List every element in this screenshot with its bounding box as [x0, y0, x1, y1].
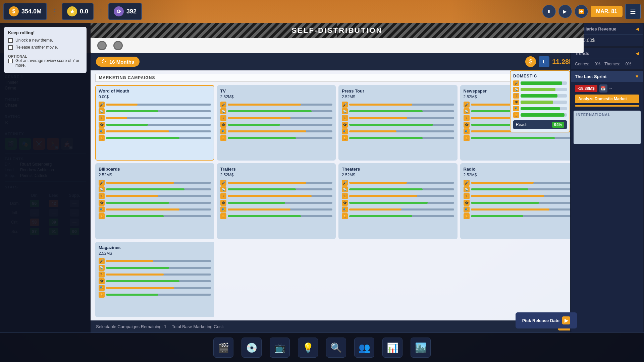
trends-values: Genres: 0% Themes: 0% [571, 59, 643, 69]
campaign-row-icon-5-2: 🏋️ [220, 193, 226, 199]
campaign-row-icon-5-5: 🏆 [220, 213, 226, 219]
campaign-bar-fill-4-0 [106, 182, 174, 184]
left-panel: Keep rolling! Unlock a new theme. Releas… [0, 23, 91, 333]
campaign-card-8[interactable]: Magazines 2.52M$ 🎤 📡 🏋️ [95, 242, 214, 317]
themes-trends-value: 0% [626, 62, 631, 66]
campaign-row-icon-3-4: 🎭 [464, 128, 470, 134]
campaign-bar-bg-4-2 [106, 195, 211, 197]
campaign-bar-fill-1-0 [228, 104, 301, 106]
campaign-bar-bg-0-3 [106, 124, 211, 126]
task-checkbox-2[interactable] [8, 45, 13, 50]
campaign-row-icon-3-1: 📡 [464, 108, 470, 114]
campaign-card-4[interactable]: Billboards 2.52M$ 🎤 📡 🏋️ [95, 163, 214, 239]
campaign-row-icon-0-1: 📡 [99, 108, 105, 114]
time-tab[interactable]: ⏱ 16 Months [96, 57, 140, 67]
task-checkbox-1[interactable] [8, 38, 13, 43]
nav-search-button[interactable]: 🔍 [326, 338, 346, 358]
domestic-bars: 🎤 📡 🏋️ 🎓 🎭 🏆 [513, 80, 567, 118]
campaign-cost-1: 2.52M$ [220, 95, 333, 99]
nav-film-button[interactable]: 🎬 [213, 338, 233, 358]
campaign-card-5[interactable]: Trailers 2.52M$ 🎤 📡 🏋️ [217, 163, 336, 239]
domestic-bar-bg-0 [521, 81, 567, 85]
campaign-row-6-4: 🎭 [342, 206, 454, 213]
campaign-row-2-5: 🏆 [342, 135, 454, 141]
campaign-row-8-0: 🎤 [99, 258, 211, 264]
campaign-row-6-5: 🏆 [342, 213, 454, 219]
campaign-name-0: Word of Mouth [99, 88, 211, 94]
campaign-bar-fill-1-2 [228, 117, 291, 119]
fast-forward-button[interactable]: ⏩ [575, 5, 588, 18]
campaign-bar-fill-6-1 [349, 188, 423, 190]
pick-release-date-button[interactable]: Pick Release Date ▶ [516, 312, 577, 328]
task-title: Keep rolling! [8, 30, 83, 35]
task-item-optional: Get an average review score of 7 or more… [8, 58, 83, 68]
pick-date-text: Pick Release Date [522, 318, 559, 323]
campaign-bar-bg-4-4 [106, 208, 211, 210]
campaign-card-2[interactable]: Press Tour 2.52M$ 🎤 📡 🏋️ [338, 85, 458, 161]
campaign-row-2-4: 🎭 [342, 128, 454, 134]
campaign-row-icon-1-1: 📡 [220, 108, 226, 114]
calendar-icon[interactable]: 📅 [599, 84, 607, 93]
points-icon: ⟳ [114, 6, 124, 16]
campaign-row-icon-7-4: 🎭 [464, 206, 470, 213]
campaign-card-6[interactable]: Theaters 2.52M$ 🎤 📡 🏋️ [338, 163, 458, 239]
campaign-bar-fill-6-4 [349, 208, 401, 210]
top-bar: $ 354.0M ⋮ ★ 0.0 ⋮ ⟳ 392 ⏸ ▶ ⏩ MAR. 81 ☰ [0, 0, 644, 23]
date-display: MAR. 81 [591, 6, 623, 17]
campaign-row-icon-1-3: 🎓 [220, 122, 226, 128]
campaign-bar-bg-1-5 [228, 137, 333, 139]
campaign-cost-5: 2.52M$ [220, 173, 333, 177]
campaign-row-icon-0-5: 🏆 [99, 135, 105, 141]
campaign-row-0-0: 🎤 [99, 102, 211, 108]
domestic-panel: DOMESTIC 🎤 📡 🏋️ 🎓 🎭 [510, 70, 570, 132]
campaign-card-1[interactable]: TV 2.52M$ 🎤 📡 🏋️ [217, 85, 336, 161]
campaign-row-0-3: 🎓 [99, 122, 211, 128]
ancillaries-chevron[interactable]: ◀ [636, 26, 639, 32]
domestic-bar-icon-1: 📡 [513, 87, 519, 92]
movie-sidebar-chevron[interactable]: ▼ [635, 74, 639, 79]
divider-1: ⋮ [50, 7, 59, 15]
campaign-row-4-0: 🎤 [99, 180, 211, 186]
status-remaining: Selectable Campaigns Remaining: 1 [96, 324, 166, 329]
campaign-row-icon-3-5: 🏆 [464, 135, 470, 141]
stars-value: 0.0 [80, 8, 88, 15]
campaign-card-0[interactable]: Word of Mouth 0.00$ 🎤 📡 🏋️ [95, 85, 214, 161]
campaign-bar-fill-4-4 [106, 208, 179, 210]
international-title: INTERNATIONAL [574, 111, 641, 118]
campaign-row-7-4: 🎭 [464, 206, 576, 213]
campaign-cost-7: 2.52M$ [464, 173, 576, 177]
nav-chart-button[interactable]: 📊 [382, 338, 402, 358]
campaign-bar-fill-2-2 [349, 117, 407, 119]
campaign-row-5-4: 🎭 [220, 206, 333, 213]
campaign-row-8-4: 🎭 [99, 285, 211, 291]
clapper-bottom [91, 38, 584, 53]
analyze-button[interactable]: Analyze Domestic Market [575, 95, 639, 103]
campaign-row-4-2: 🏋️ [99, 193, 211, 199]
trends-chevron[interactable]: ◀ [636, 51, 639, 56]
campaign-row-7-2: 🏋️ [464, 193, 576, 199]
campaign-row-icon-2-3: 🎓 [342, 122, 348, 128]
campaign-bar-bg-0-1 [106, 110, 211, 112]
nav-screen-button[interactable]: 📺 [270, 338, 290, 358]
nav-people-button[interactable]: 👥 [354, 338, 374, 358]
campaign-bar-fill-6-0 [349, 182, 407, 184]
campaign-row-6-1: 📡 [342, 186, 454, 192]
campaign-bar-fill-6-3 [349, 202, 428, 204]
pause-button[interactable]: ⏸ [542, 5, 556, 18]
campaign-bar-fill-5-5 [228, 215, 301, 217]
campaign-bar-fill-5-3 [228, 202, 285, 204]
points-value: 392 [126, 8, 137, 15]
analyze-progress [575, 105, 639, 107]
campaign-card-7[interactable]: Radio 2.52M$ 🎤 📡 🏋️ [460, 163, 579, 239]
campaign-name-1: TV [220, 88, 333, 94]
nav-disc-button[interactable]: 💿 [241, 338, 262, 358]
play-button[interactable]: ▶ [558, 5, 572, 18]
nav-city-button[interactable]: 🏙️ [411, 338, 431, 358]
campaign-row-icon-5-1: 📡 [220, 186, 226, 192]
campaign-row-7-3: 🎓 [464, 200, 576, 206]
domestic-bar-icon-5: 🏆 [513, 112, 519, 118]
menu-button[interactable]: ☰ [625, 4, 641, 19]
task-checkbox-optional[interactable] [8, 59, 13, 63]
nav-idea-button[interactable]: 💡 [298, 338, 318, 358]
campaign-bar-fill-2-1 [349, 110, 423, 112]
